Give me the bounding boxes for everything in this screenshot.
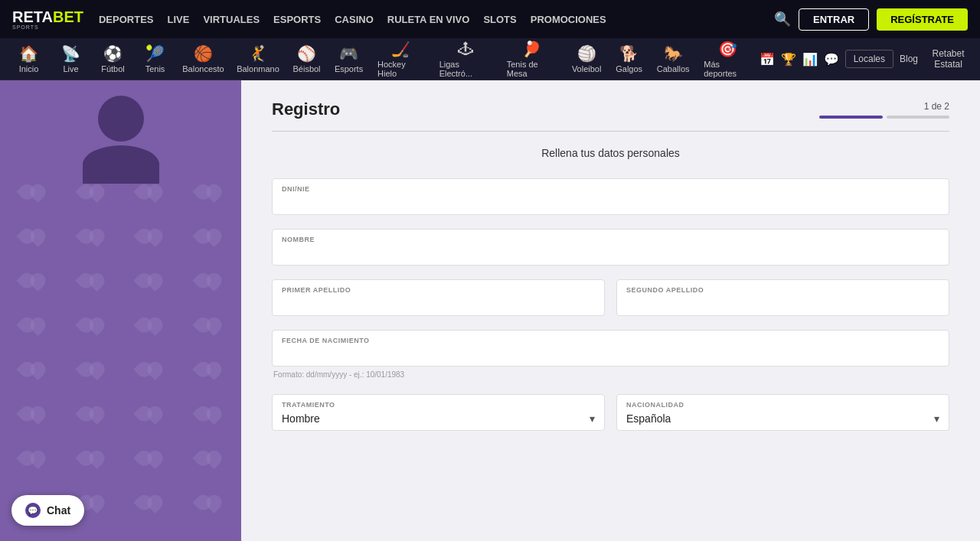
- pattern-cell: [4, 450, 61, 493]
- sport-mas-deportes[interactable]: 🎯 Más deportes: [696, 38, 759, 80]
- pattern-cell: [63, 317, 120, 360]
- form-title: Registro: [272, 99, 340, 119]
- fecha-input[interactable]: [282, 348, 939, 360]
- trophy-button[interactable]: 🏆: [781, 52, 796, 67]
- sport-galgos-label: Galgos: [616, 64, 642, 73]
- sport-baloncesto[interactable]: 🏀 Baloncesto: [176, 38, 230, 80]
- primer-apellido-input[interactable]: [282, 298, 595, 310]
- pattern-cell: [122, 184, 179, 227]
- chat-button[interactable]: 💬 Chat: [11, 495, 84, 526]
- pattern-cell: [122, 272, 179, 315]
- pattern-cell: [4, 272, 61, 315]
- tratamiento-group: TRATAMIENTO Hombre Mujer Otro ▾: [272, 394, 605, 431]
- registrate-button[interactable]: REGÍSTRATE: [877, 8, 968, 31]
- pattern-cell: [4, 406, 61, 448]
- inicio-icon: 🏠: [19, 44, 38, 63]
- pattern-cell: [122, 406, 179, 448]
- sport-esports-label: Esports: [335, 64, 363, 73]
- sport-tenis[interactable]: 🎾 Tenis: [134, 38, 176, 80]
- dni-field-wrapper: DNI/NIE: [272, 178, 949, 215]
- nav-deportes[interactable]: DEPORTES: [99, 14, 154, 25]
- nacionalidad-select[interactable]: Española Otra: [626, 412, 939, 425]
- nombre-label: NOMBRE: [282, 236, 939, 243]
- sport-tenis-mesa[interactable]: 🏓 Tenis de Mesa: [499, 38, 565, 80]
- pattern-cell: [4, 184, 61, 227]
- pattern-cell: [4, 361, 61, 404]
- fecha-field-group: FECHA DE NACIMIENTO Formato: dd/mm/yyyy …: [272, 330, 949, 380]
- balonmano-icon: 🤾: [248, 44, 267, 63]
- calendar-button[interactable]: 📅: [760, 52, 775, 67]
- sport-caballos[interactable]: 🐎 Caballos: [650, 38, 696, 80]
- search-button[interactable]: 🔍: [774, 11, 791, 28]
- segundo-apellido-input[interactable]: [626, 298, 939, 310]
- sport-inicio-label: Inicio: [19, 64, 39, 73]
- entrar-button[interactable]: ENTRAR: [799, 8, 869, 31]
- tenis-icon: 🎾: [145, 44, 165, 63]
- sport-galgos[interactable]: 🐕 Galgos: [608, 38, 650, 80]
- progress-section: 1 de 2: [819, 101, 949, 119]
- sport-hockey[interactable]: 🏒 Hockey Hielo: [370, 38, 432, 80]
- sport-inicio[interactable]: 🏠 Inicio: [8, 38, 50, 80]
- nav-casino[interactable]: CASINO: [335, 14, 374, 25]
- pattern-cell: [180, 406, 237, 448]
- nav-esports[interactable]: ESPORTS: [273, 14, 321, 25]
- tratamiento-select-wrapper: Hombre Mujer Otro ▾: [282, 412, 595, 425]
- pattern-cell: [122, 228, 179, 271]
- top-navigation: RETABET SPORTS DEPORTES LIVE VIRTUALES E…: [0, 0, 980, 38]
- locales-button[interactable]: Locales: [845, 50, 893, 68]
- sport-futbol-label: Fútbol: [101, 64, 125, 73]
- nav-live[interactable]: LIVE: [167, 14, 189, 25]
- tratamiento-nacionalidad-row: TRATAMIENTO Hombre Mujer Otro ▾ NACIONAL…: [272, 394, 949, 431]
- sport-caballos-label: Caballos: [657, 64, 690, 73]
- pattern-cell: [63, 450, 120, 493]
- pattern-cell: [180, 361, 237, 404]
- sport-mas-label: Más deportes: [704, 60, 751, 78]
- nav-slots[interactable]: SLOTS: [483, 14, 516, 25]
- pattern-cell: [180, 494, 237, 537]
- dni-input[interactable]: [282, 197, 939, 209]
- top-nav-right: 🔍 ENTRAR REGÍSTRATE: [774, 8, 968, 31]
- sport-esports[interactable]: 🎮 Esports: [328, 38, 370, 80]
- beisbol-icon: ⚾: [297, 44, 316, 63]
- sport-beisbol[interactable]: ⚾ Béisbol: [286, 38, 328, 80]
- sport-balonmano-label: Balonmano: [237, 64, 279, 73]
- dni-label: DNI/NIE: [282, 185, 939, 193]
- sidebar-pattern: [0, 180, 241, 541]
- sport-ligas-label: Ligas Electró...: [439, 60, 492, 78]
- pattern-cell: [63, 184, 120, 227]
- apellidos-row: PRIMER APELLIDO SEGUNDO APELLIDO: [272, 279, 949, 316]
- sport-live[interactable]: 📡 Live: [50, 38, 92, 80]
- retabet-estatal-button[interactable]: Retabet Estatal: [924, 48, 972, 70]
- pattern-cell: [63, 361, 120, 404]
- sport-beisbol-label: Béisbol: [292, 64, 320, 73]
- logo[interactable]: RETABET SPORTS: [12, 9, 83, 30]
- nav-promociones[interactable]: PROMOCIONES: [531, 14, 606, 25]
- pattern-cell: [63, 406, 120, 448]
- blog-button[interactable]: Blog: [900, 54, 918, 64]
- nombre-input[interactable]: [282, 247, 939, 259]
- pattern-cell: [180, 228, 237, 271]
- logo-subtitle: SPORTS: [12, 24, 83, 30]
- sport-tenis-mesa-label: Tenis de Mesa: [507, 60, 557, 78]
- ligas-icon: 🕹: [458, 41, 473, 58]
- nacionalidad-label: NACIONALIDAD: [626, 401, 939, 409]
- progress-step-1: [819, 116, 883, 119]
- avatar-body: [83, 145, 159, 184]
- progress-label: 1 de 2: [924, 101, 949, 112]
- sport-balonmano[interactable]: 🤾 Balonmano: [230, 38, 286, 80]
- stats-button[interactable]: 📊: [802, 52, 818, 67]
- nav-ruleta[interactable]: RULETA EN VIVO: [387, 14, 470, 25]
- nav-virtuales[interactable]: VIRTUALES: [203, 14, 260, 25]
- tratamiento-select[interactable]: Hombre Mujer Otro: [282, 412, 595, 425]
- primer-apellido-group: PRIMER APELLIDO: [272, 279, 605, 316]
- nacionalidad-group: NACIONALIDAD Española Otra ▾: [616, 394, 949, 431]
- sport-voleibol[interactable]: 🏐 Voleibol: [565, 38, 608, 80]
- sports-navigation: 🏠 Inicio 📡 Live ⚽ Fútbol 🎾 Tenis 🏀 Balon…: [0, 38, 980, 80]
- nombre-field-wrapper: NOMBRE: [272, 229, 949, 266]
- pattern-cell: [4, 317, 61, 360]
- chat-nav-button[interactable]: 💬: [824, 52, 839, 67]
- sport-ligas[interactable]: 🕹 Ligas Electró...: [432, 38, 499, 80]
- sport-futbol[interactable]: ⚽ Fútbol: [92, 38, 134, 80]
- tenis-mesa-icon: 🏓: [522, 40, 541, 58]
- dni-field-group: DNI/NIE: [272, 178, 949, 215]
